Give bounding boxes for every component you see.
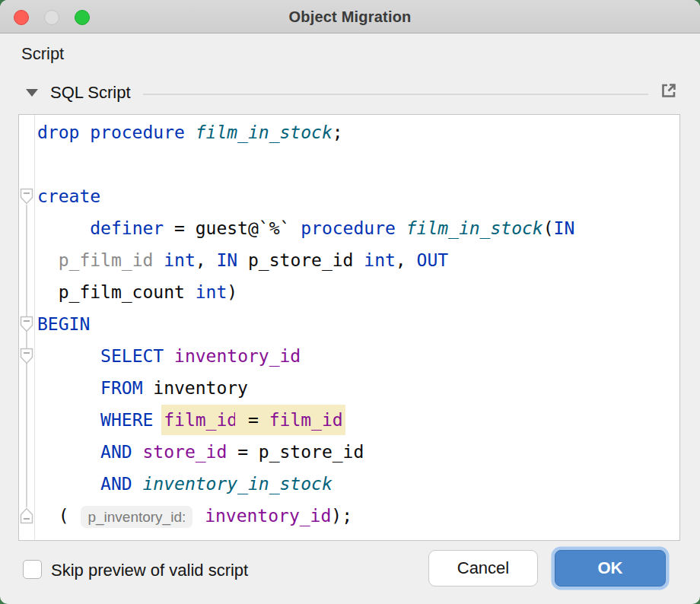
title-bar[interactable]: Object Migration (0, 0, 700, 33)
skip-preview-checkbox[interactable] (23, 560, 42, 579)
code-line: AND store_id = p_store_id (37, 436, 679, 468)
code-segment: ; (332, 122, 343, 142)
code-segment (194, 506, 205, 526)
code-segment: int (364, 250, 396, 270)
code-segment (37, 218, 90, 238)
code-segment: procedure (301, 218, 396, 238)
code-line: SELECT inventory_id (37, 340, 679, 372)
code-segment: film_id (267, 405, 345, 435)
ok-button[interactable]: OK (555, 550, 666, 587)
code-segment (164, 346, 174, 366)
code-segment: p_film_id (59, 250, 154, 270)
code-segment (132, 442, 143, 462)
code-segment: store_id (143, 442, 228, 462)
code-segment: OUT (417, 250, 449, 270)
code-segment: = p_store_id (227, 442, 364, 462)
code-segment (37, 410, 100, 430)
code-segment: AND (100, 474, 132, 494)
code-segment: = guest@`%` (164, 218, 301, 238)
code-lines[interactable]: drop procedure film_in_stock;create defi… (35, 115, 679, 540)
code-segment: int (164, 250, 196, 270)
object-migration-dialog: Object Migration Script SQL Script drop … (0, 0, 700, 604)
code-line: ( p_inventory_id: inventory_id); (37, 500, 679, 532)
code-segment: WHERE (100, 410, 153, 430)
code-segment: ( (543, 218, 554, 238)
code-segment (396, 218, 406, 238)
code-line: BEGIN (37, 308, 679, 340)
code-segment: ) (227, 282, 237, 302)
code-segment: IN (216, 250, 237, 270)
code-segment: ( (37, 506, 79, 526)
collapse-triangle-icon[interactable] (26, 89, 38, 97)
code-segment (37, 250, 59, 270)
code-segment: int (196, 282, 228, 302)
code-line (37, 148, 679, 180)
code-line: p_film_id int, IN p_store_id int, OUT (37, 244, 679, 276)
code-segment: IN (554, 218, 575, 238)
code-line: AND inventory_in_stock (37, 468, 679, 500)
code-line: definer = guest@`%` procedure film_in_st… (37, 212, 679, 244)
code-segment: film_id (161, 405, 240, 435)
code-segment: , (196, 250, 217, 270)
editor-gutter (19, 115, 35, 540)
code-segment: ); (331, 506, 352, 526)
code-segment (153, 250, 164, 270)
fold-marker-icon[interactable] (20, 188, 33, 205)
sql-script-editor[interactable]: drop procedure film_in_stock;create defi… (18, 114, 680, 541)
code-segment: inventory_id (205, 506, 331, 526)
code-line: drop procedure film_in_stock; (37, 116, 679, 148)
code-segment: SELECT (100, 346, 164, 366)
code-segment: p_film_count (37, 282, 196, 302)
code-segment: = (235, 405, 272, 435)
code-segment: definer (90, 218, 164, 238)
code-line: p_film_count int) (37, 276, 679, 308)
code-segment: drop procedure (37, 122, 196, 142)
sql-script-section-header: SQL Script (21, 81, 679, 105)
section-separator-line (143, 94, 648, 95)
open-in-new-window-icon[interactable] (659, 81, 679, 100)
script-section-label: Script (21, 44, 64, 64)
code-segment (37, 378, 100, 398)
code-segment: inventory_id (174, 346, 301, 366)
fold-marker-icon[interactable] (20, 348, 33, 364)
parameter-hint: p_inventory_id: (81, 506, 192, 528)
code-segment (37, 442, 100, 462)
code-segment: inventory (142, 378, 247, 398)
code-line: WHERE film_id = film_id (37, 404, 679, 436)
code-segment: p_store_id (237, 250, 364, 270)
window-title: Object Migration (0, 0, 700, 33)
code-segment (37, 474, 100, 494)
fold-marker-icon[interactable] (20, 507, 33, 524)
code-segment: inventory_in_stock (143, 474, 332, 494)
code-segment: create (37, 186, 100, 206)
cancel-button[interactable]: Cancel (428, 550, 538, 587)
code-segment: AND (100, 442, 132, 462)
code-segment: FROM (100, 378, 142, 398)
code-segment: BEGIN (37, 314, 90, 334)
code-segment: film_in_stock (406, 218, 543, 238)
code-segment (37, 346, 100, 366)
code-line: FROM inventory (37, 372, 679, 404)
code-line: create (37, 180, 679, 212)
sql-script-title: SQL Script (50, 83, 131, 103)
skip-preview-label: Skip preview of valid script (51, 561, 248, 580)
code-segment (132, 474, 143, 494)
fold-marker-icon[interactable] (20, 316, 33, 332)
code-segment: , (396, 250, 417, 270)
code-segment: film_in_stock (196, 122, 332, 142)
